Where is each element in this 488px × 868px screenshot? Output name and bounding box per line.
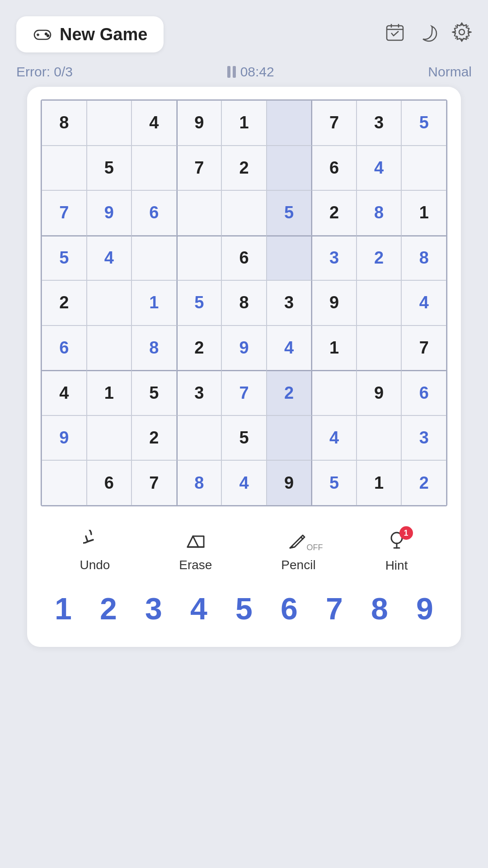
sudoku-cell[interactable]: 4 <box>221 460 267 505</box>
sudoku-cell[interactable]: 4 <box>311 415 357 461</box>
sudoku-cell[interactable] <box>267 236 312 281</box>
sudoku-cell[interactable] <box>87 280 132 326</box>
sudoku-cell[interactable]: 1 <box>131 280 177 326</box>
sudoku-cell[interactable] <box>267 415 312 461</box>
sudoku-cell[interactable]: 3 <box>311 236 357 281</box>
sudoku-cell[interactable]: 9 <box>42 415 87 461</box>
sudoku-cell[interactable]: 7 <box>131 460 177 505</box>
sudoku-cell[interactable]: 5 <box>311 460 357 505</box>
sudoku-cell[interactable] <box>267 100 312 146</box>
sudoku-cell[interactable] <box>221 190 267 236</box>
sudoku-cell[interactable] <box>87 100 132 146</box>
sudoku-cell[interactable] <box>131 236 177 281</box>
num-btn-3[interactable]: 3 <box>133 591 174 626</box>
error-count: Error: 0/3 <box>16 64 73 80</box>
sudoku-cell[interactable]: 5 <box>177 280 222 326</box>
new-game-button[interactable]: New Game <box>16 16 164 52</box>
sudoku-cell[interactable]: 7 <box>177 146 222 191</box>
sudoku-cell[interactable] <box>131 146 177 191</box>
sudoku-cell[interactable] <box>311 370 357 415</box>
sudoku-cell[interactable]: 1 <box>87 370 132 415</box>
sudoku-cell[interactable] <box>42 146 87 191</box>
sudoku-cell[interactable]: 6 <box>131 190 177 236</box>
sudoku-cell[interactable]: 2 <box>177 326 222 371</box>
sudoku-cell[interactable]: 4 <box>42 370 87 415</box>
sudoku-cell[interactable]: 5 <box>87 146 132 191</box>
sudoku-cell[interactable]: 9 <box>357 370 402 415</box>
sudoku-cell[interactable]: 2 <box>267 370 312 415</box>
num-btn-6[interactable]: 6 <box>269 591 310 626</box>
sudoku-cell[interactable] <box>177 190 222 236</box>
sudoku-cell[interactable]: 3 <box>177 370 222 415</box>
sudoku-cell[interactable]: 7 <box>401 326 446 371</box>
sudoku-cell[interactable]: 5 <box>401 100 446 146</box>
sudoku-cell[interactable]: 2 <box>357 236 402 281</box>
sudoku-cell[interactable]: 8 <box>401 236 446 281</box>
sudoku-cell[interactable] <box>177 236 222 281</box>
hint-button[interactable]: 1 Hint <box>385 529 408 573</box>
sudoku-cell[interactable]: 2 <box>401 460 446 505</box>
sudoku-cell[interactable]: 9 <box>267 460 312 505</box>
sudoku-cell[interactable]: 6 <box>401 370 446 415</box>
undo-button[interactable]: Undo <box>80 530 110 572</box>
sudoku-cell[interactable]: 2 <box>311 190 357 236</box>
sudoku-cell[interactable] <box>357 280 402 326</box>
sudoku-cell[interactable]: 2 <box>42 280 87 326</box>
sudoku-cell[interactable]: 6 <box>42 326 87 371</box>
sudoku-cell[interactable]: 8 <box>42 100 87 146</box>
settings-icon[interactable] <box>452 22 472 47</box>
sudoku-cell[interactable]: 4 <box>401 280 446 326</box>
sudoku-cell[interactable]: 1 <box>357 460 402 505</box>
sudoku-cell[interactable]: 3 <box>401 415 446 461</box>
sudoku-cell[interactable]: 9 <box>177 100 222 146</box>
sudoku-cell[interactable] <box>177 415 222 461</box>
sudoku-cell[interactable]: 4 <box>267 326 312 371</box>
sudoku-cell[interactable]: 5 <box>131 370 177 415</box>
undo-icon <box>83 530 107 553</box>
sudoku-cell[interactable]: 9 <box>221 326 267 371</box>
sudoku-cell[interactable]: 4 <box>87 236 132 281</box>
sudoku-cell[interactable]: 9 <box>311 280 357 326</box>
sudoku-cell[interactable]: 8 <box>357 190 402 236</box>
sudoku-cell[interactable]: 1 <box>311 326 357 371</box>
calendar-icon[interactable] <box>385 22 405 47</box>
sudoku-cell[interactable] <box>87 415 132 461</box>
sudoku-cell[interactable] <box>357 326 402 371</box>
num-btn-7[interactable]: 7 <box>314 591 355 626</box>
sudoku-cell[interactable]: 5 <box>221 415 267 461</box>
erase-button[interactable]: Erase <box>179 530 212 572</box>
sudoku-cell[interactable]: 1 <box>401 190 446 236</box>
sudoku-cell[interactable]: 6 <box>87 460 132 505</box>
sudoku-cell[interactable]: 7 <box>42 190 87 236</box>
sudoku-cell[interactable]: 3 <box>357 100 402 146</box>
num-btn-1[interactable]: 1 <box>43 591 84 626</box>
sudoku-cell[interactable]: 9 <box>87 190 132 236</box>
sudoku-cell[interactable]: 2 <box>131 415 177 461</box>
sudoku-cell[interactable]: 8 <box>177 460 222 505</box>
sudoku-cell[interactable] <box>401 146 446 191</box>
sudoku-cell[interactable]: 8 <box>131 326 177 371</box>
sudoku-cell[interactable] <box>267 146 312 191</box>
num-btn-8[interactable]: 8 <box>359 591 400 626</box>
sudoku-cell[interactable]: 5 <box>42 236 87 281</box>
sudoku-cell[interactable]: 4 <box>131 100 177 146</box>
sudoku-cell[interactable]: 7 <box>311 100 357 146</box>
sudoku-cell[interactable] <box>87 326 132 371</box>
sudoku-cell[interactable]: 6 <box>221 236 267 281</box>
sudoku-cell[interactable] <box>357 415 402 461</box>
sudoku-cell[interactable]: 1 <box>221 100 267 146</box>
sudoku-cell[interactable]: 3 <box>267 280 312 326</box>
sudoku-cell[interactable]: 5 <box>267 190 312 236</box>
moon-icon[interactable] <box>418 22 438 47</box>
sudoku-cell[interactable]: 2 <box>221 146 267 191</box>
sudoku-cell[interactable]: 4 <box>357 146 402 191</box>
sudoku-cell[interactable]: 8 <box>221 280 267 326</box>
sudoku-cell[interactable]: 7 <box>221 370 267 415</box>
num-btn-2[interactable]: 2 <box>88 591 129 626</box>
num-btn-9[interactable]: 9 <box>404 591 445 626</box>
pencil-button[interactable]: OFF Pencil <box>281 530 315 572</box>
num-btn-4[interactable]: 4 <box>178 591 219 626</box>
sudoku-cell[interactable]: 6 <box>311 146 357 191</box>
sudoku-cell[interactable] <box>42 460 87 505</box>
num-btn-5[interactable]: 5 <box>224 591 264 626</box>
